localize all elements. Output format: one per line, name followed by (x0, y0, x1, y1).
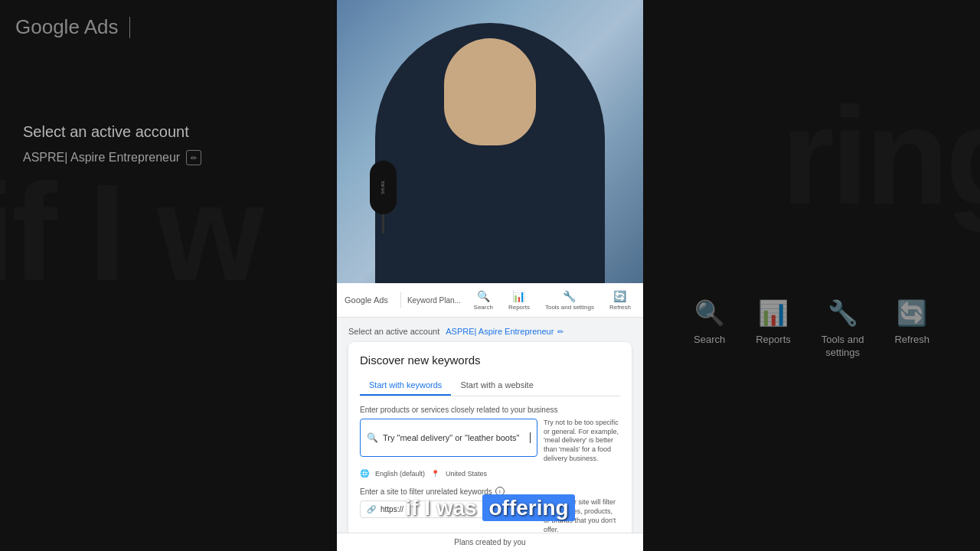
reports-icon: 📊 (758, 298, 789, 328)
toolbar-tools-label: Tools and settings (545, 304, 594, 311)
subtitle-bar: if I was offering (337, 496, 643, 520)
tools-nav-item[interactable]: 🔧 Tools andsettings (822, 298, 864, 360)
person-silhouette (375, 23, 605, 298)
select-account-title: Select an active account (23, 123, 314, 141)
plans-bar: Plans created by you (337, 533, 643, 551)
left-text-content: Select an active account ASPRE| Aspire E… (15, 123, 322, 165)
tools-icon: 🔧 (828, 298, 858, 328)
tab-website[interactable]: Start with a website (451, 376, 542, 396)
toolbar-divider (400, 292, 401, 308)
toolbar-google-ads-logo: Google Ads (345, 295, 388, 305)
google-ads-header-left: Google Ads (15, 15, 322, 39)
reports-label: Reports (756, 334, 791, 347)
tab-row: Start with keywords Start with a website (360, 376, 620, 396)
toolbar-refresh-label: Refresh (609, 304, 631, 311)
right-panel: 🔍 Search 📊 Reports 🔧 Tools andsettings 🔄… (643, 0, 980, 551)
account-select-label: Select an active account (348, 327, 439, 336)
person-head (444, 38, 536, 145)
google-ads-logo-left: Google Ads (15, 15, 118, 39)
account-select-bar: Select an active account ASPRE| Aspire E… (348, 327, 632, 336)
toolbar-search-btn[interactable]: 🔍 Search (469, 287, 498, 314)
lang-row: 🌐 English (default) 📍 United States (360, 469, 620, 478)
toolbar-keyword-planner: Keyword Plan... (407, 296, 469, 305)
toolbar-search-label: Search (474, 304, 493, 311)
microphone: SHURE (360, 161, 406, 253)
lang-flag: 🌐 (360, 469, 369, 478)
search-label: Search (694, 334, 725, 347)
left-panel: Google Ads Select an active account ASPR… (0, 0, 337, 551)
toolbar-reports-btn[interactable]: 📊 Reports (504, 287, 534, 314)
account-edit-icon[interactable]: ✏ (557, 328, 564, 336)
search-nav-item[interactable]: 🔍 Search (694, 298, 725, 360)
search-icon-small: 🔍 (367, 432, 378, 443)
tab-keywords[interactable]: Start with keywords (360, 376, 451, 396)
tip-text: Try not to be too specific or general. F… (544, 419, 620, 463)
account-name-left: ASPRE| Aspire Entrepreneur ✏ (23, 150, 314, 165)
toolbar-tools-btn[interactable]: 🔧 Tools and settings (541, 287, 599, 314)
subtitle-text: if I was offering (337, 496, 643, 520)
lang-label: English (default) (375, 470, 425, 478)
subtitle-highlight: offering (482, 494, 574, 521)
subtitle-before: if I was (405, 496, 482, 520)
discover-title: Discover new keywords (360, 354, 620, 367)
account-link[interactable]: ASPRE| Aspire Entrepreneur (446, 327, 554, 336)
refresh-label: Refresh (894, 334, 929, 347)
toolbar-refresh-btn[interactable]: 🔄 Refresh (605, 287, 635, 314)
refresh-icon: 🔄 (897, 298, 927, 328)
edit-icon-left[interactable]: ✏ (186, 150, 201, 165)
toolbar-icons: 🔍 Search 📊 Reports 🔧 Tools and settings … (469, 287, 635, 314)
toolbar-reports-icon: 📊 (512, 290, 525, 302)
nav-divider (129, 17, 130, 38)
country-flag: 📍 (431, 470, 439, 478)
toolbar-tools-icon: 🔧 (563, 290, 576, 302)
toolbar-search-icon: 🔍 (477, 290, 490, 302)
field-label: Enter products or services closely relat… (360, 406, 620, 414)
toolbar-refresh-icon: 🔄 (613, 290, 626, 302)
toolbar: Google Ads Keyword Plan... 🔍 Search 📊 Re… (337, 283, 643, 318)
video-frame: SHURE (337, 0, 643, 298)
keyword-search-input[interactable]: 🔍 Try "meal delivery" or "leather boots" (360, 419, 537, 457)
toolbar-reports-label: Reports (508, 304, 530, 311)
search-icon: 🔍 (694, 298, 725, 328)
right-icons-group: 🔍 Search 📊 Reports 🔧 Tools andsettings 🔄… (694, 298, 929, 360)
cursor (530, 432, 531, 443)
country-label: United States (446, 470, 487, 478)
tools-label: Tools andsettings (822, 334, 864, 360)
plans-label: Plans created by you (454, 538, 525, 546)
reports-nav-item[interactable]: 📊 Reports (756, 298, 791, 360)
refresh-nav-item[interactable]: 🔄 Refresh (894, 298, 929, 360)
search-input-placeholder: Try "meal delivery" or "leather boots" (383, 433, 530, 442)
